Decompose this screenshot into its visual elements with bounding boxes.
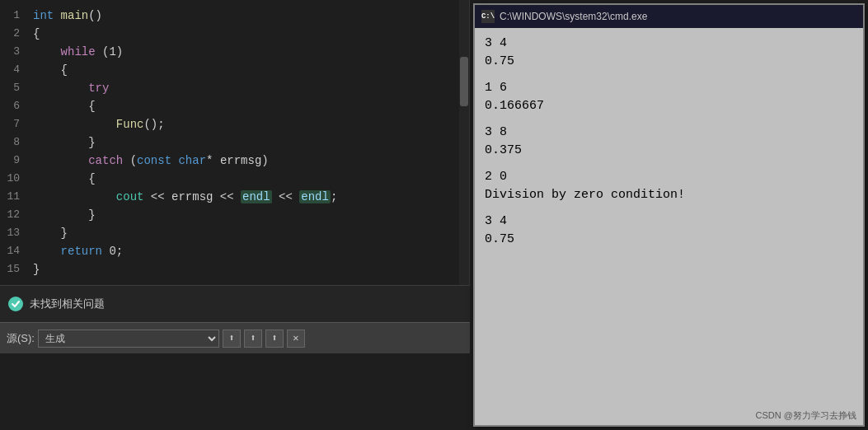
toolbar-btn-up3[interactable]: ⬆ <box>265 330 284 348</box>
cmd-line: 0.75 <box>485 231 853 249</box>
cmd-line: 0.166667 <box>485 97 853 115</box>
cmd-empty-line <box>485 204 853 213</box>
code-line: } <box>33 206 469 224</box>
cmd-app-icon: C:\ <box>481 10 495 23</box>
code-line: { <box>33 25 469 43</box>
cmd-line: 3 4 <box>485 213 853 231</box>
cmd-empty-line <box>485 71 853 79</box>
code-line: return 0; <box>33 242 469 260</box>
cmd-title: C:\WINDOWS\system32\cmd.exe <box>500 11 647 22</box>
toolbar-btn-close[interactable]: ✕ <box>287 330 305 348</box>
code-line: Func(); <box>33 115 469 133</box>
cmd-window: C:\ C:\WINDOWS\system32\cmd.exe 3 40.751… <box>473 3 865 427</box>
cmd-titlebar: C:\ C:\WINDOWS\system32\cmd.exe <box>475 5 863 28</box>
code-line: int main() <box>33 7 469 25</box>
status-text: 未找到相关问题 <box>30 297 105 311</box>
cmd-line: Division by zero condition! <box>485 186 853 204</box>
status-icon <box>8 297 23 311</box>
code-line: } <box>33 224 469 242</box>
cmd-empty-line <box>485 115 853 124</box>
up-icon-3: ⬆ <box>271 332 277 344</box>
code-content: 123456789101112131415 int main(){ while … <box>0 0 469 285</box>
toolbar-btn-up2[interactable]: ⬆ <box>244 330 262 348</box>
code-line: { <box>33 61 469 79</box>
left-container: 123456789101112131415 int main(){ while … <box>0 0 470 430</box>
code-lines: int main(){ while (1) { try { Func(); } … <box>25 7 469 278</box>
toolbar-label: 源(S): <box>7 331 35 346</box>
up-icon-1: ⬆ <box>228 332 234 344</box>
code-line: } <box>33 260 469 278</box>
code-line: try <box>33 79 469 97</box>
cmd-line: 3 4 <box>485 35 853 53</box>
code-editor: 123456789101112131415 int main(){ while … <box>0 0 470 285</box>
code-line: cout << errmsg << endl << endl; <box>33 188 469 206</box>
code-line: { <box>33 97 469 115</box>
code-line: } <box>33 133 469 152</box>
toolbar-bottom: 源(S): 生成 ⬆ ⬆ ⬆ ✕ <box>0 322 470 353</box>
close-icon: ✕ <box>293 332 298 344</box>
toolbar-btn-up1[interactable]: ⬆ <box>223 330 241 348</box>
cmd-empty-line <box>485 160 853 168</box>
cmd-body: 3 40.751 60.1666673 80.3752 0Division by… <box>475 28 863 408</box>
code-line: while (1) <box>33 43 469 61</box>
cmd-line: 3 8 <box>485 124 853 142</box>
toolbar-select[interactable]: 生成 <box>38 330 219 348</box>
cmd-line: 0.375 <box>485 142 853 160</box>
cmd-line: 0.75 <box>485 53 853 71</box>
scrollbar-thumb[interactable] <box>460 57 468 106</box>
main-area: 123456789101112131415 int main(){ while … <box>0 0 868 430</box>
status-bar: 未找到相关问题 <box>0 285 470 322</box>
code-line: { <box>33 170 469 188</box>
scrollbar[interactable] <box>459 0 469 285</box>
cmd-line: 1 6 <box>485 79 853 97</box>
line-numbers: 123456789101112131415 <box>0 7 25 278</box>
cmd-line: 2 0 <box>485 168 853 186</box>
cmd-footer: CSDN @努力学习去挣钱 <box>475 408 863 425</box>
up-icon-2: ⬆ <box>250 332 256 344</box>
code-line: catch (const char* errmsg) <box>33 152 469 170</box>
